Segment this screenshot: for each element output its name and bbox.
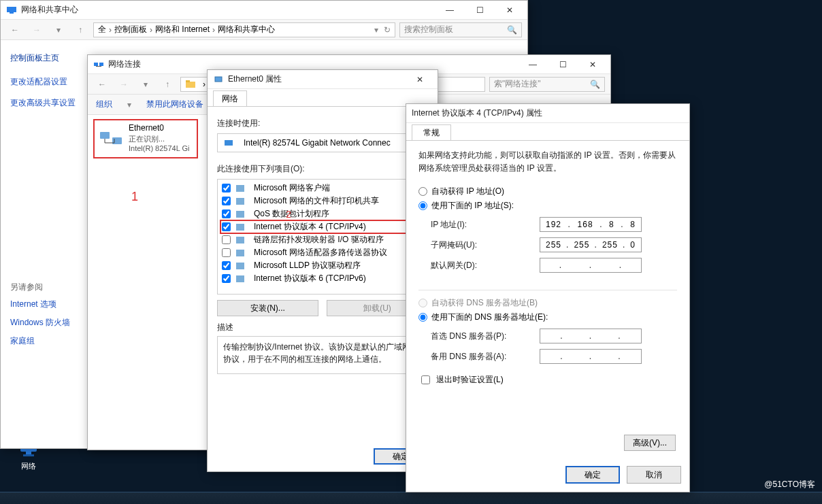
component-row[interactable]: Microsoft 网络的文件和打印机共享 <box>220 195 425 207</box>
sidebar-change-adapter-link[interactable]: 更改适配器设置 <box>10 76 78 88</box>
protocol-icon <box>235 273 246 284</box>
nic-icon <box>223 137 234 148</box>
component-row[interactable]: Internet 协议版本 6 (TCP/IPv6) <box>220 272 425 285</box>
breadcrumb-a[interactable]: 控制面板 <box>114 24 147 35</box>
component-row[interactable]: Microsoft 网络客户端 <box>220 182 425 195</box>
svg-rect-14 <box>225 140 233 146</box>
label-items: 此连接使用下列项目(O): <box>217 163 428 175</box>
annotation-1: 1 <box>131 190 138 204</box>
breadcrumb[interactable]: 全› 控制面板› 网络和 Internet› 网络和共享中心 ▾↻ <box>93 22 395 37</box>
winB-minimize-button[interactable]: ― <box>518 55 548 74</box>
taskbar[interactable] <box>0 492 822 504</box>
radio-auto-ip[interactable]: 自动获得 IP 地址(O) <box>418 186 677 197</box>
component-row[interactable]: QoS 数据包计划程序2 <box>220 207 425 220</box>
component-checkbox[interactable] <box>222 261 231 270</box>
winB-search-input[interactable]: 索"网络连接" 🔍 <box>489 77 605 92</box>
sidebar-advanced-sharing-link[interactable]: 更改高级共享设置 <box>10 97 78 109</box>
install-button[interactable]: 安装(N)... <box>217 300 318 316</box>
winB-forward-button[interactable]: → <box>115 76 133 93</box>
component-list[interactable]: Microsoft 网络客户端Microsoft 网络的文件和打印机共享QoS … <box>217 179 428 295</box>
winD-cancel-button[interactable]: 取消 <box>627 466 681 484</box>
dns1-input[interactable]: . . . <box>540 329 642 343</box>
component-checkbox[interactable] <box>222 222 231 231</box>
component-row[interactable]: Internet 协议版本 4 (TCP/IPv4) <box>220 220 425 234</box>
winD-titlebar[interactable]: Internet 协议版本 4 (TCP/IPv4) 属性 <box>406 104 689 123</box>
winB-title: 网络连接 <box>108 58 518 70</box>
toolbar-organize[interactable]: 组织 <box>96 99 112 110</box>
protocol-icon <box>235 196 246 207</box>
ip-input[interactable]: 192. 168. 8. 8 <box>540 217 642 232</box>
label-dns2: 备用 DNS 服务器(A): <box>431 351 540 363</box>
radio-manual-ip-input[interactable] <box>418 201 427 210</box>
breadcrumb-root[interactable]: 全 <box>98 24 106 35</box>
winA-close-button[interactable]: ✕ <box>495 1 525 20</box>
radio-manual-dns-input[interactable] <box>418 313 427 322</box>
svg-rect-5 <box>10 12 14 14</box>
radio-manual-dns[interactable]: 使用下面的 DNS 服务器地址(E): <box>418 312 677 323</box>
svg-rect-2 <box>26 452 31 454</box>
svg-rect-22 <box>236 275 244 282</box>
breadcrumb-c[interactable]: 网络和共享中心 <box>218 24 275 35</box>
sidebar-internet-options-link[interactable]: Internet 选项 <box>10 299 78 310</box>
winD-ok-button[interactable]: 确定 <box>565 466 620 484</box>
up-button[interactable]: ▾ <box>50 22 67 38</box>
search-control-panel-input[interactable]: 搜索控制面板 🔍 <box>399 22 522 37</box>
advanced-button[interactable]: 高级(V)... <box>624 435 676 451</box>
connect-using-box[interactable]: Intel(R) 82574L Gigabit Network Connec <box>217 133 428 152</box>
radio-auto-ip-input[interactable] <box>418 187 427 196</box>
label-dns1: 首选 DNS 服务器(P): <box>431 331 540 342</box>
component-label: Internet 协议版本 4 (TCP/IPv4) <box>254 221 366 233</box>
component-label: 链路层拓扑发现映射器 I/O 驱动程序 <box>254 234 384 246</box>
radio-auto-dns: 自动获得 DNS 服务器地址(B) <box>418 297 677 309</box>
winB-close-button[interactable]: ✕ <box>578 55 608 74</box>
winB-maximize-button[interactable]: ☐ <box>548 55 578 74</box>
component-checkbox[interactable] <box>222 274 231 283</box>
radio-auto-dns-label: 自动获得 DNS 服务器地址(B) <box>431 297 538 309</box>
component-checkbox[interactable] <box>222 197 231 205</box>
radio-manual-ip[interactable]: 使用下面的 IP 地址(S): <box>418 200 677 212</box>
adapter-name: Ethernet0 <box>129 123 189 134</box>
sidebar-firewall-link[interactable]: Windows 防火墙 <box>10 317 78 329</box>
toolbar-disable-device[interactable]: 禁用此网络设备 <box>146 99 203 110</box>
protocol-icon <box>235 183 246 194</box>
component-row[interactable]: Microsoft 网络适配器多路传送器协议 <box>220 246 425 259</box>
component-row[interactable]: 链路层拓扑发现映射器 I/O 驱动程序 <box>220 233 425 246</box>
up-dir-button[interactable]: ↑ <box>71 22 89 38</box>
back-button[interactable]: ← <box>6 22 24 38</box>
adapter-ethernet0[interactable]: Ethernet0 正在识别... Intel(R) 82574L Gi <box>93 119 198 158</box>
component-label: Microsoft 网络适配器多路传送器协议 <box>254 247 387 258</box>
svg-rect-15 <box>236 185 244 192</box>
dns2-input[interactable]: . . . <box>540 349 642 364</box>
component-checkbox[interactable] <box>222 209 231 218</box>
validate-on-exit-input[interactable] <box>421 375 430 384</box>
validate-on-exit-checkbox[interactable]: 退出时验证设置(L) <box>418 373 677 386</box>
forward-button[interactable]: → <box>28 22 46 38</box>
radio-auto-dns-input <box>418 299 427 307</box>
component-label: Internet 协议版本 6 (TCP/IPv6) <box>254 273 366 284</box>
winC-close-button[interactable]: ✕ <box>405 70 435 89</box>
winA-maximize-button[interactable]: ☐ <box>465 1 495 20</box>
sidebar-homegroup-link[interactable]: 家庭组 <box>10 335 78 347</box>
component-row[interactable]: Microsoft LLDP 协议驱动程序 <box>220 259 425 272</box>
winB-up-button[interactable]: ↑ <box>159 76 176 93</box>
winA-minimize-button[interactable]: ― <box>435 1 465 20</box>
gateway-input[interactable]: . . . <box>540 258 642 273</box>
tab-general[interactable]: 常规 <box>412 124 451 140</box>
mask-input[interactable]: 255. 255. 255. 0 <box>540 237 642 252</box>
component-checkbox[interactable] <box>222 184 231 192</box>
tab-network[interactable]: 网络 <box>213 90 247 106</box>
ethernet0-properties-window: Ethernet0 属性 ✕ 网络 连接时使用: Intel(R) 82574L… <box>207 69 438 472</box>
winA-titlebar[interactable]: 网络和共享中心 ― ☐ ✕ <box>1 1 527 20</box>
network-center-icon <box>6 5 17 16</box>
component-checkbox[interactable] <box>222 235 231 244</box>
radio-manual-ip-label: 使用下面的 IP 地址(S): <box>431 200 514 212</box>
adapter-device: Intel(R) 82574L Gi <box>129 144 189 153</box>
component-label: QoS 数据包计划程序 <box>254 208 329 220</box>
breadcrumb-b[interactable]: 网络和 Internet <box>155 24 210 35</box>
sidebar-see-also-header: 另请参阅 <box>10 282 78 293</box>
winC-titlebar[interactable]: Ethernet0 属性 ✕ <box>208 70 438 89</box>
winB-back-button[interactable]: ← <box>93 76 111 93</box>
winB-history-button[interactable]: ▾ <box>137 76 154 93</box>
component-checkbox[interactable] <box>222 248 231 257</box>
label-ip-address: IP 地址(I): <box>431 219 540 231</box>
